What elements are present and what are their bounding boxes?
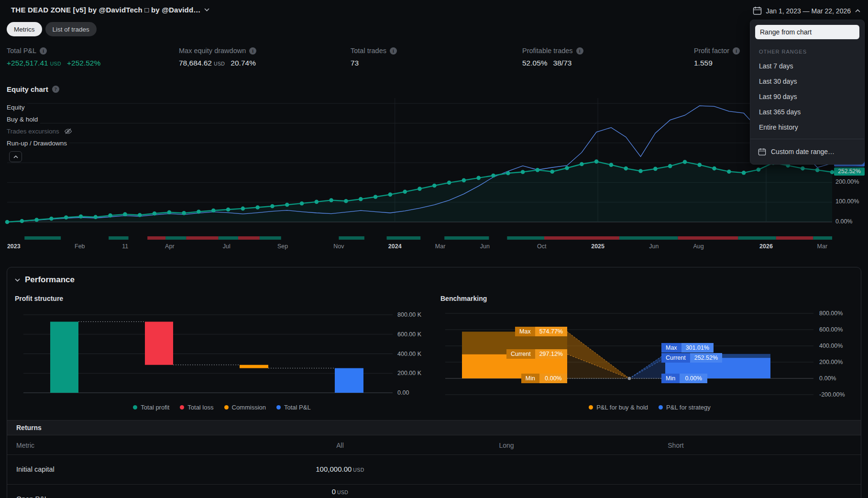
returns-heading: Returns (7, 420, 861, 435)
equity-xtick: Jun (649, 243, 659, 250)
metric-label: Max equity drawdown (179, 47, 246, 55)
info-icon[interactable]: i (390, 47, 397, 55)
svg-text:400.00%: 400.00% (819, 343, 843, 349)
metric-label: Profit factor (694, 47, 729, 55)
metric-value: +252,517.41 (7, 59, 48, 67)
date-range-button[interactable]: Jan 1, 2023 — Mar 22, 2026 (750, 5, 863, 17)
metric-value: 78,684.62 (179, 59, 212, 67)
buyhold-current-badge: Current297.12% (506, 349, 567, 359)
menu-item-last-7-days[interactable]: Last 7 days (750, 58, 864, 74)
menu-item-entire-history[interactable]: Entire history (750, 120, 864, 135)
legend-item[interactable]: Commission (224, 404, 266, 411)
buyhold-min-badge: Min0.00% (521, 374, 567, 383)
metric-label: Total P&L (7, 47, 36, 55)
performance-section: Performance Profit structure 800.00 K600… (7, 267, 861, 498)
menu-section-label: OTHER RANGES (750, 44, 864, 58)
table-row-open-pnl[interactable]: 0USD Open P&L (7, 485, 861, 498)
equity-xtick: Aug (693, 243, 703, 250)
equity-ytick: 0.00% (835, 218, 852, 225)
equity-ytick: 200.00% (835, 178, 859, 185)
date-range-text: Jan 1, 2023 — Mar 22, 2026 (766, 7, 851, 15)
profit-structure-title: Profit structure (15, 295, 429, 302)
metric-label: Profitable trades (522, 47, 573, 55)
metric-unit: USD (50, 61, 61, 66)
menu-item-last-90-days[interactable]: Last 90 days (750, 89, 864, 104)
report-tabs: Metrics List of trades (7, 22, 97, 36)
equity-ytick: 100.00% (835, 198, 859, 205)
equity-xaxis[interactable]: 2023Feb11AprJulSepNov2024MarJunOct2025Ju… (0, 243, 868, 252)
profit-structure-panel: Profit structure 800.00 K600.00 K400.00 … (15, 295, 429, 417)
col-short: Short (668, 442, 683, 449)
menu-item-custom-date-range[interactable]: Custom date range… (750, 143, 864, 160)
info-icon[interactable]: i (733, 47, 740, 55)
help-icon[interactable]: ? (52, 86, 59, 93)
equity-xtick: 2024 (388, 243, 402, 250)
metric-max-drawdown: Max equity drawdowni 78,684.62USD20.74% (179, 47, 256, 67)
equity-chart-title: Equity chart (7, 85, 48, 93)
metric-total-trades: Total tradesi 73 (351, 47, 397, 67)
equity-xtick: Apr (165, 243, 174, 250)
profit-structure-chart: 800.00 K600.00 K400.00 K200.00 K0.00 (15, 307, 429, 402)
metric-value: 52.05% (522, 59, 548, 67)
menu-item-last-30-days[interactable]: Last 30 days (750, 74, 864, 89)
performance-header[interactable]: Performance (15, 275, 75, 285)
tab-list-of-trades[interactable]: List of trades (45, 22, 97, 36)
metric-label: Total trades (351, 47, 386, 55)
row-metric: Initial capital (16, 465, 55, 473)
equity-price-badge: 252.52% (834, 167, 865, 176)
legend-item[interactable]: Total loss (180, 404, 213, 411)
table-row-initial-capital[interactable]: Initial capital 100,000.00USD (7, 455, 861, 485)
calendar-icon (758, 148, 766, 156)
equity-xtick: Mar (435, 243, 446, 250)
svg-text:-200.00%: -200.00% (819, 391, 845, 398)
legend-runup-drawdowns[interactable]: Run-up / Drawdowns (7, 139, 69, 147)
benchmarking-legend: P&L for buy & holdP&L for strategy (440, 404, 859, 411)
info-icon[interactable]: i (576, 47, 583, 55)
legend-buy-and-hold[interactable]: Buy & hold (7, 115, 40, 123)
menu-item-range-from-chart[interactable]: Range from chart (755, 25, 859, 39)
buyhold-max-badge: Max574.77% (515, 327, 567, 336)
info-icon[interactable]: i (249, 47, 256, 55)
menu-item-last-365-days[interactable]: Last 365 days (750, 104, 864, 120)
svg-text:600.00 K: 600.00 K (397, 331, 422, 338)
metric-secondary: +252.52% (67, 59, 100, 67)
row-metric: Open P&L (16, 495, 48, 498)
legend-trades-excursions[interactable]: Trades excursions (7, 127, 75, 135)
legend-equity[interactable]: Equity (7, 103, 27, 111)
svg-text:800.00%: 800.00% (819, 310, 843, 317)
tab-metrics[interactable]: Metrics (7, 22, 42, 36)
equity-xtick: Feb (75, 243, 85, 250)
returns-column-headers: Metric All Long Short (7, 435, 861, 455)
chevron-up-icon (13, 155, 18, 158)
metric-secondary: 38/73 (553, 59, 572, 67)
legend-item[interactable]: P&L for strategy (659, 404, 711, 411)
equity-xtick: Mar (817, 243, 828, 250)
equity-xtick: 2023 (7, 243, 21, 250)
svg-text:0.00%: 0.00% (819, 375, 836, 382)
col-long: Long (499, 442, 514, 449)
date-range-menu: Range from chart OTHER RANGES Last 7 day… (750, 20, 865, 165)
strategy-title-row[interactable]: THE DEAD ZONE [v5] by @DavidTech □ by @D… (11, 6, 209, 14)
svg-text:600.00%: 600.00% (819, 326, 843, 333)
equity-xtick: Jun (480, 243, 490, 250)
legend-item[interactable]: P&L for buy & hold (589, 404, 648, 411)
row-value-all: 0USD (332, 487, 349, 496)
chevron-down-icon (15, 278, 20, 282)
strategy-max-badge: Max301.01% (661, 343, 714, 353)
collapse-legend-button[interactable] (9, 151, 22, 162)
info-icon[interactable]: i (40, 47, 47, 55)
benchmarking-chart: 800.00%600.00%400.00%200.00%0.00%-200.00… (440, 307, 859, 402)
equity-chart-canvas (0, 93, 868, 256)
equity-xtick: 2026 (759, 243, 773, 250)
svg-text:200.00 K: 200.00 K (397, 370, 422, 376)
benchmarking-title: Benchmarking (440, 295, 859, 302)
svg-text:0.00: 0.00 (397, 389, 409, 396)
metric-profit-factor: Profit factori 1.559 (694, 47, 740, 67)
equity-xtick: Oct (537, 243, 546, 250)
legend-item[interactable]: Total P&L (276, 404, 311, 411)
legend-item[interactable]: Total profit (133, 404, 169, 411)
equity-xtick: Jul (223, 243, 231, 250)
equity-xtick: Sep (277, 243, 288, 250)
metric-total-pnl: Total P&Li +252,517.41USD+252.52% (7, 47, 100, 67)
returns-section: Returns Metric All Long Short Initial ca… (7, 420, 861, 498)
